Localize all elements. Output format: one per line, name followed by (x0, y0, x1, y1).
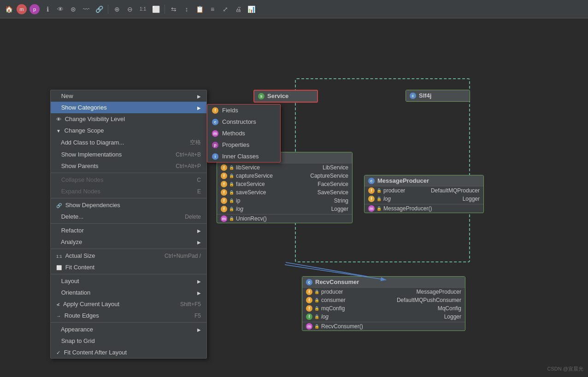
separator-1 (51, 173, 206, 173)
unionrecv-row-0: f 🔒 libService LibService (217, 163, 352, 172)
submenu-fields-badge: f (212, 107, 218, 114)
menu-check (56, 327, 58, 332)
unionrecv-row-3: f 🔒 saveService SaveService (217, 188, 352, 197)
menu-shortcut-actual-size: Ctrl+NumPad / (165, 253, 201, 259)
menu-item-actual-size[interactable]: 1:1 Actual Size Ctrl+NumPad / (51, 250, 206, 261)
menu-shortcut-show-parents: Ctrl+Alt+P (176, 163, 201, 169)
menu-check (56, 290, 58, 296)
toolbar-icon-print[interactable]: 🖨 (233, 4, 243, 14)
menu-check: 🔗 (56, 203, 62, 208)
menu-check: 👁 (56, 116, 61, 122)
submenu-show-categories: f Fields c Constructors m Methods p Prop… (207, 104, 281, 162)
watermark: CSDN @宣晨光 (547, 365, 583, 372)
submenu-item-methods[interactable]: m Methods (207, 128, 280, 139)
toolbar-icon-p[interactable]: p (29, 4, 40, 14)
toolbar-icon-swap[interactable]: ⇆ (169, 4, 179, 14)
separator-4 (51, 249, 206, 249)
menu-item-orientation[interactable]: Orientation (51, 287, 206, 298)
slf4j-title: Slf4j (419, 92, 431, 99)
menu-item-change-visibility[interactable]: 👁 Change Visibility Level (51, 113, 206, 125)
submenu-item-inner-classes[interactable]: i Inner Classes (207, 151, 280, 162)
mp-row-1: f 🔒 log Logger (365, 195, 483, 203)
row-type: Logger (393, 196, 480, 202)
toolbar-icon-vert[interactable]: ↕ (182, 4, 192, 14)
menu-item-layout[interactable]: Layout (51, 275, 206, 287)
menu-item-analyze[interactable]: Analyze (51, 236, 206, 248)
separator-3 (51, 223, 206, 224)
toolbar-icon-export[interactable]: 📊 (246, 4, 256, 14)
unionrecv-row-2: f 🔒 faceService FaceService (217, 180, 352, 188)
menu-label-show-parents: Show Parents (61, 162, 99, 169)
toolbar-icon-zoom-out[interactable]: ⊖ (125, 4, 135, 14)
row-badge: f (368, 187, 375, 194)
row-name: log (236, 206, 243, 212)
menu-item-show-parents[interactable]: Show Parents Ctrl+Alt+P (51, 160, 206, 172)
menu-item-snap-to-grid[interactable]: Snap to Grid (51, 335, 206, 347)
menu-sub-arrow (197, 93, 201, 99)
row-name: faceService (236, 181, 265, 187)
row-type: Logger (330, 313, 461, 320)
lock-icon: 🔒 (376, 197, 382, 201)
toolbar-icon-zoom-in[interactable]: ⊕ (112, 4, 122, 14)
submenu-constructors-badge: c (212, 119, 218, 125)
menu-label-layout: Layout (61, 278, 79, 284)
rc-title: RecvConsumer (315, 278, 359, 285)
toolbar-icon-m[interactable]: m (17, 4, 27, 14)
row-name: MessageProducer() (383, 205, 432, 212)
menu-shortcut-route-edges: F5 (194, 313, 201, 319)
menu-shortcut-show-impl: Ctrl+Alt+B (176, 151, 201, 158)
toolbar-icon-eye[interactable]: 👁 (55, 4, 65, 14)
toolbar-icon-filter[interactable]: ⊛ (68, 4, 78, 14)
menu-check (56, 140, 58, 145)
submenu-item-constructors[interactable]: c Constructors (207, 116, 280, 128)
menu-item-show-deps[interactable]: 🔗 Show Dependencies (51, 199, 206, 211)
menu-item-change-scope[interactable]: ▼ Change Scope (51, 125, 206, 136)
menu-item-fit-content[interactable]: ⬜ Fit Content (51, 261, 206, 273)
recvconsumer-header: c RecvConsumer (302, 277, 465, 288)
rc-row-method: m 🔒 RecvConsumer() (302, 322, 465, 331)
menu-item-new[interactable]: New (51, 90, 206, 102)
menu-item-appearance[interactable]: Appearance (51, 324, 206, 335)
toolbar-icon-wave[interactable]: 〰 (81, 4, 91, 14)
row-name: producer (383, 187, 405, 194)
lock-icon: 🔒 (314, 314, 319, 319)
menu-item-delete[interactable]: Delete... Delete (51, 211, 206, 222)
separator-5 (51, 274, 206, 274)
menu-item-show-impl[interactable]: Show Implementations Ctrl+Alt+B (51, 149, 206, 160)
rc-row-2: f 🔒 mqConfig MqConfig (302, 304, 465, 313)
menu-item-expand: Expand Nodes E (51, 186, 206, 197)
toolbar-icon-layout[interactable]: ≡ (207, 4, 218, 14)
submenu-item-fields[interactable]: f Fields (207, 104, 280, 116)
slf4j-badge: c (410, 93, 416, 99)
unionrecv-row-4: f 🔒 ip String (217, 197, 352, 205)
menu-item-show-categories[interactable]: Show Categories (51, 102, 206, 113)
submenu-inner-badge: i (212, 153, 218, 160)
row-name: log (321, 313, 329, 320)
menu-item-refactor[interactable]: Refactor (51, 225, 206, 236)
toolbar-icon-expand[interactable]: ⤢ (220, 4, 230, 14)
submenu-item-properties[interactable]: p Properties (207, 139, 280, 151)
row-type: SaveService (268, 189, 348, 196)
menu-shortcut-expand: E (197, 188, 201, 195)
menu-item-route-edges[interactable]: → Route Edges F5 (51, 310, 206, 321)
unionrecv-row-5: f 🔒 log Logger (217, 205, 352, 213)
toolbar-icon-actual-size[interactable]: 1:1 (138, 4, 148, 14)
toolbar-icon-info[interactable]: ℹ (42, 4, 53, 14)
toolbar-icon-copy[interactable]: 📋 (194, 4, 205, 14)
menu-item-fit-content-after-layout[interactable]: ✓ Fit Content After Layout (51, 347, 206, 358)
unionrecv-row-method: m 🔒 UnionRecv() (217, 214, 352, 223)
toolbar-icon-link[interactable]: 🔗 (94, 4, 104, 14)
row-badge: m (306, 323, 312, 330)
menu-label-fit-content-after-layout: Fit Content After Layout (64, 349, 127, 356)
menu-check (56, 239, 58, 245)
submenu-constructors-label: Constructors (222, 118, 256, 125)
unionrecv-row-1: f 🔒 captureService CaptureService (217, 172, 352, 180)
submenu-fields-label: Fields (222, 107, 238, 114)
toolbar-icon-home[interactable]: 🏠 (4, 4, 14, 14)
toolbar-icon-fit[interactable]: ⬜ (151, 4, 161, 14)
slf4j-header: c Slf4j (406, 90, 470, 101)
menu-shortcut-apply-layout: Shift+F5 (180, 301, 201, 307)
menu-check (56, 163, 58, 169)
menu-item-add-class[interactable]: Add Class to Diagram... 空格 (51, 136, 206, 149)
menu-item-apply-layout[interactable]: ≮ Apply Current Layout Shift+F5 (51, 298, 206, 310)
